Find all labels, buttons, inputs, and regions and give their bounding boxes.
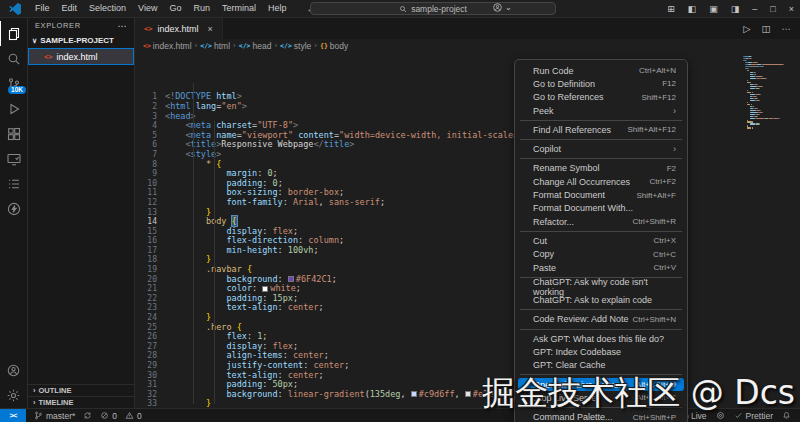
- close-button[interactable]: ×: [789, 4, 794, 14]
- code-line[interactable]: 7 <style>: [135, 150, 800, 160]
- activity-accounts[interactable]: [0, 358, 27, 383]
- code-token: "width=device-width, initial-scale=1.0": [339, 130, 539, 140]
- status-errors[interactable]: 0: [100, 411, 117, 421]
- code-token: text-align: [226, 370, 277, 380]
- menu-view[interactable]: View: [132, 0, 163, 17]
- editor-group: <> index.html × ▷ ◫ ⋯ <>index.html›</>ht…: [135, 18, 800, 408]
- status-warnings[interactable]: 0: [125, 411, 142, 421]
- toggle-panel-icon[interactable]: ▣: [709, 4, 718, 14]
- tab-index-html[interactable]: <> index.html ×: [135, 18, 223, 39]
- activity-extensions[interactable]: [0, 121, 27, 146]
- code-line[interactable]: 17 min-height: 100vh;: [135, 246, 800, 256]
- context-menu-item-format-document-with[interactable]: Format Document With...: [518, 202, 684, 215]
- remote-indicator[interactable]: ><: [0, 409, 26, 422]
- context-menu-item-peek[interactable]: Peek›: [518, 104, 684, 117]
- menu-edit[interactable]: Edit: [56, 0, 84, 17]
- code-token: [165, 178, 226, 188]
- code-token: <!: [165, 91, 175, 101]
- context-menu-item-change-all-occurrences[interactable]: Change All OccurrencesCtrl+F2: [518, 175, 684, 188]
- line-number: 24: [135, 313, 165, 323]
- context-menu-item-find-all-references[interactable]: Find All ReferencesShift+Alt+F12: [518, 123, 684, 136]
- file-item-index.html[interactable]: <>index.html: [28, 48, 134, 65]
- context-menu-item-gpt-index-codebase[interactable]: GPT: Index Codebase: [518, 345, 684, 358]
- activity-search[interactable]: [0, 46, 27, 71]
- run-code-icon[interactable]: ▷: [743, 23, 750, 34]
- menu-item-label: Code Review: Add Note: [533, 314, 629, 324]
- context-menu-item-refactor[interactable]: Refactor...Ctrl+Shift+R: [518, 215, 684, 228]
- status-label: master*: [46, 411, 75, 421]
- context-menu-item-go-to-references[interactable]: Go to ReferencesShift+F12: [518, 91, 684, 104]
- code-token: color: [226, 283, 252, 293]
- minimap[interactable]: [743, 56, 793, 129]
- menu-file[interactable]: File: [29, 0, 56, 17]
- activity-live-preview[interactable]: [0, 146, 27, 171]
- menu-item-shortcut: Ctrl+C: [653, 250, 676, 259]
- context-menu-item-copy[interactable]: CopyCtrl+C: [518, 248, 684, 261]
- badge-source-control: 10K: [8, 86, 26, 94]
- menu-item-label: Run Code: [533, 66, 574, 76]
- code-line[interactable]: 6 <title>Responsive Webpage</title>: [135, 140, 800, 150]
- code-token: [165, 187, 226, 197]
- context-menu-item-rename-symbol[interactable]: Rename SymbolF2: [518, 162, 684, 175]
- context-menu-item-format-document[interactable]: Format DocumentShift+Alt+F: [518, 188, 684, 201]
- context-menu-item-paste[interactable]: PasteCtrl+V: [518, 261, 684, 274]
- code-token: >: [216, 149, 221, 159]
- menu-selection[interactable]: Selection: [83, 0, 132, 17]
- line-number: 6: [135, 140, 165, 150]
- breadcrumb-label: body: [330, 41, 348, 51]
- code-token: padding: [226, 293, 262, 303]
- code-token: background: [226, 274, 277, 284]
- close-tab-icon[interactable]: ×: [207, 24, 212, 34]
- context-menu-item-gpt-clear-cache[interactable]: GPT: Clear Cache: [518, 359, 684, 372]
- toggle-secondary-sidebar-icon[interactable]: ◨: [731, 4, 740, 14]
- code-editor[interactable]: 1<!DOCTYPE html>2<html lang="en">3<head>…: [135, 52, 800, 408]
- menu-terminal[interactable]: Terminal: [216, 0, 262, 17]
- code-token: "viewport": [242, 130, 293, 140]
- menu-go[interactable]: Go: [163, 0, 187, 17]
- status-branch[interactable]: master*: [34, 411, 75, 421]
- status-sync[interactable]: [83, 411, 92, 420]
- breadcrumb-index.html[interactable]: <>index.html: [143, 41, 192, 51]
- activity-settings[interactable]: [0, 383, 27, 408]
- context-menu-item-code-review-add-note[interactable]: Code Review: Add NoteCtrl+Shift+N: [518, 313, 684, 326]
- context-menu-item-cut[interactable]: CutCtrl+X: [518, 234, 684, 247]
- activity-test-explorer[interactable]: [0, 171, 27, 196]
- activity-source-control[interactable]: 10K: [0, 71, 27, 96]
- minimap-segment: [760, 110, 761, 111]
- toggle-sidebar-icon[interactable]: ◧: [688, 4, 697, 14]
- code-line[interactable]: 23 text-align: center;: [135, 303, 800, 313]
- outline-panel-header[interactable]: › OUTLINE: [28, 384, 134, 396]
- files-icon: [6, 26, 22, 42]
- context-menu-item-chatgpt-ask-why-code-isn-t-working[interactable]: ChatGPT: Ask why code isn't working: [518, 280, 684, 293]
- more-actions-icon[interactable]: ⋯: [782, 23, 792, 34]
- menu-help[interactable]: Help: [262, 0, 293, 17]
- command-center-search[interactable]: sample-project: [310, 2, 556, 15]
- context-menu-item-run-code[interactable]: Run CodeCtrl+Alt+N: [518, 64, 684, 77]
- more-actions-icon[interactable]: ⋯: [117, 21, 127, 31]
- menu-run[interactable]: Run: [187, 0, 216, 17]
- context-menu-item-go-to-definition[interactable]: Go to DefinitionF12: [518, 77, 684, 90]
- breadcrumb-html[interactable]: </>html: [200, 41, 230, 51]
- breadcrumb-style[interactable]: </>style: [280, 41, 311, 51]
- code-line[interactable]: 12 font-family: Arial, sans-serif;: [135, 198, 800, 208]
- context-menu-item-ask-gpt-what-does-this-file-do[interactable]: Ask GPT: What does this file do?: [518, 332, 684, 345]
- warning-icon: [125, 411, 134, 420]
- minimize-button[interactable]: –: [752, 4, 757, 14]
- code-token: center: [288, 302, 319, 312]
- timeline-panel-header[interactable]: › TIMELINE: [28, 396, 134, 408]
- project-section-header[interactable]: ∨ SAMPLE-PROJECT: [28, 33, 134, 48]
- customize-layout-icon[interactable]: ⊞: [667, 4, 675, 14]
- window-controls: ⊞ ◧ ▣ ◨ – □ ×: [667, 0, 794, 17]
- activity-run-debug[interactable]: [0, 96, 27, 121]
- split-editor-icon[interactable]: ◫: [762, 23, 771, 34]
- code-line[interactable]: 2<html lang="en">: [135, 102, 800, 112]
- activity-thunder-client[interactable]: [0, 196, 27, 221]
- restore-button[interactable]: □: [770, 4, 775, 14]
- code-token: ;: [293, 379, 298, 389]
- breadcrumb-head[interactable]: </>head: [239, 41, 272, 51]
- breadcrumb-body[interactable]: {}body: [320, 41, 348, 51]
- activity-explorer[interactable]: [0, 21, 27, 46]
- context-menu-item-copilot[interactable]: Copilot›: [518, 142, 684, 155]
- menu-item-label: GPT: Index Codebase: [533, 347, 621, 357]
- account-menu[interactable]: ⌄: [492, 2, 512, 13]
